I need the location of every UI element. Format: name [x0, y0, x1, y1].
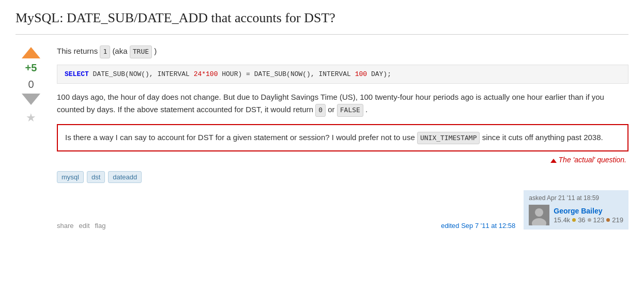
user-stats: 15.4k 36 123 219: [554, 216, 623, 224]
avatar: [529, 205, 549, 225]
action-links: share edit flag: [57, 222, 105, 230]
share-link[interactable]: share: [57, 222, 74, 230]
annotation: The 'actual' question.: [57, 156, 628, 164]
edit-link[interactable]: edit: [79, 222, 90, 230]
flag-link[interactable]: flag: [95, 222, 106, 230]
returns-value: 1: [100, 45, 110, 58]
vote-column: +5 0 ★: [16, 45, 47, 230]
paragraph-text: 100 days ago, the hour of day does not c…: [57, 91, 628, 117]
tag-dateadd[interactable]: dateadd: [108, 171, 142, 183]
gold-dot: [572, 218, 576, 222]
returns-text-aka: (aka: [112, 47, 129, 55]
vote-up-button[interactable]: [22, 47, 40, 58]
edited-info: edited Sep 7 '11 at 12:58: [441, 222, 515, 230]
tags-row: mysql dst dateadd: [57, 171, 628, 183]
divider: [16, 34, 628, 35]
post-actions: share edit flag edited Sep 7 '11 at 12:5…: [57, 190, 628, 230]
vote-count: 0: [28, 77, 34, 91]
meta-right: edited Sep 7 '11 at 12:58 asked Apr 21 '…: [441, 190, 628, 230]
content-column: This returns 1 (aka TRUE ) SELECT DATE_S…: [57, 45, 628, 230]
page-title: MySQL: DATE_SUB/DATE_ADD that accounts f…: [16, 10, 628, 26]
asked-label: asked Apr 21 '11 at 18:59: [529, 194, 623, 202]
bronze-dot: [606, 218, 610, 222]
user-name[interactable]: George Bailey: [554, 207, 623, 215]
user-rep: 15.4k: [554, 216, 570, 224]
highlight-text1: Is there a way I can say to account for …: [65, 133, 417, 142]
silver-count: 123: [593, 216, 605, 224]
tag-mysql[interactable]: mysql: [57, 171, 84, 183]
vote-down-button[interactable]: [22, 94, 40, 105]
returns-close: ): [154, 47, 157, 55]
vote-score: +5: [25, 60, 37, 75]
favorite-star[interactable]: ★: [26, 111, 36, 125]
code-block: SELECT DATE_SUB(NOW(), INTERVAL 24*100 H…: [57, 65, 628, 84]
svg-point-1: [535, 208, 543, 217]
user-card-body: George Bailey 15.4k 36 123 219: [529, 205, 623, 225]
paragraph-value2: FALSE: [337, 104, 363, 117]
returns-bool: TRUE: [130, 45, 152, 58]
edited-link[interactable]: edited Sep 7 '11 at 12:58: [441, 222, 515, 230]
highlight-text2: since it cuts off anything past 2038.: [482, 133, 603, 142]
bronze-count: 219: [612, 216, 623, 224]
user-info: George Bailey 15.4k 36 123 219: [554, 207, 623, 224]
highlight-box: Is there a way I can say to account for …: [57, 124, 628, 152]
tag-dst[interactable]: dst: [87, 171, 105, 183]
paragraph-value1: 0: [315, 104, 326, 117]
question-layout: +5 0 ★ This returns 1 (aka TRUE ) SELECT…: [16, 45, 628, 230]
returns-text-before: This returns: [57, 47, 98, 55]
user-card: asked Apr 21 '11 at 18:59 George Bailey: [524, 190, 628, 230]
gold-count: 36: [578, 216, 585, 224]
returns-line: This returns 1 (aka TRUE ): [57, 45, 628, 58]
highlight-code: UNIX_TIMESTAMP: [417, 132, 480, 145]
silver-dot: [588, 218, 591, 222]
